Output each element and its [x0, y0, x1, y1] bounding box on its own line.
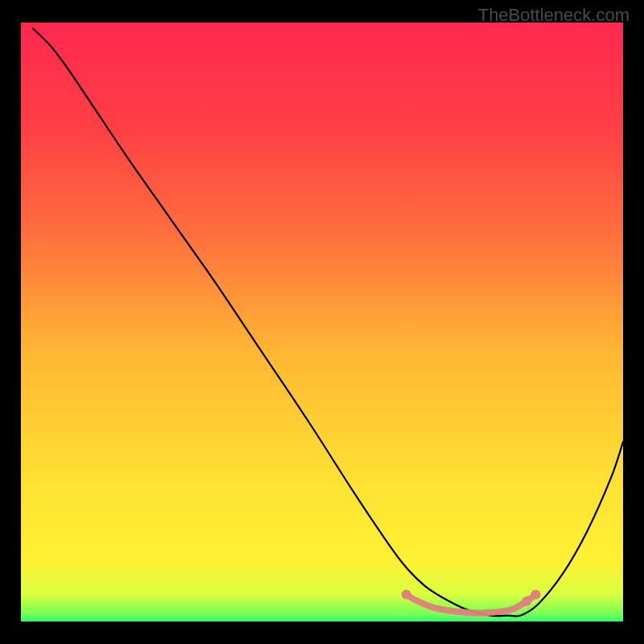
optimal-range-dot — [522, 597, 531, 606]
svg-rect-0 — [21, 23, 623, 621]
optimal-range-dot — [402, 590, 411, 600]
watermark-text: TheBottleneck.com — [478, 5, 630, 26]
chart-svg — [21, 23, 623, 621]
plot-area — [21, 23, 623, 621]
chart-container: TheBottleneck.com — [0, 0, 644, 644]
optimal-range-dot — [531, 590, 541, 600]
